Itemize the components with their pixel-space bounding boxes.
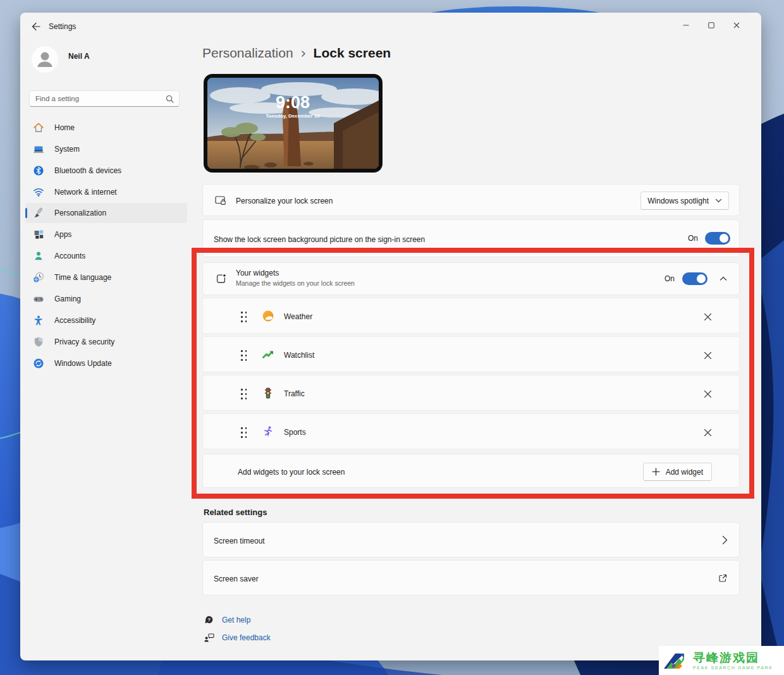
sidebar-item-label: Accessibility bbox=[54, 316, 95, 325]
sidebar-item-label: System bbox=[54, 145, 80, 154]
maximize-button[interactable] bbox=[699, 16, 724, 34]
remove-widget-button[interactable] bbox=[702, 389, 713, 399]
sidebar-item-label: Apps bbox=[54, 230, 71, 239]
feedback-icon bbox=[204, 632, 214, 643]
network-icon bbox=[33, 186, 44, 198]
drag-handle[interactable] bbox=[240, 310, 247, 322]
screen-saver-label: Screen saver bbox=[214, 575, 259, 583]
widget-name: Traffic bbox=[284, 389, 305, 398]
widget-row-watchlist: Watchlist bbox=[202, 336, 740, 372]
widget-row-weather: Weather bbox=[202, 298, 740, 334]
close-button[interactable] bbox=[724, 16, 749, 34]
breadcrumb: Personalization Lock screen bbox=[202, 46, 391, 61]
get-help-link[interactable]: ? Get help bbox=[204, 614, 250, 625]
sidebar-item-label: Network & internet bbox=[54, 188, 117, 197]
lock-screen-source-dropdown[interactable]: Windows spotlight bbox=[640, 192, 729, 210]
add-widgets-label: Add widgets to your lock screen bbox=[238, 468, 345, 477]
give-feedback-link[interactable]: Give feedback bbox=[204, 632, 271, 643]
sidebar-item-system[interactable]: System bbox=[25, 139, 187, 159]
lock-screen-icon bbox=[214, 195, 226, 207]
related-settings-heading: Related settings bbox=[204, 508, 267, 517]
search-icon bbox=[165, 94, 175, 104]
sidebar-item-label: Accounts bbox=[54, 252, 85, 260]
minimize-icon bbox=[682, 21, 690, 30]
selected-indicator bbox=[25, 208, 27, 218]
plus-icon bbox=[652, 468, 660, 476]
close-icon bbox=[704, 390, 712, 398]
remove-widget-button[interactable] bbox=[702, 312, 713, 322]
search-box[interactable] bbox=[29, 90, 180, 107]
sidebar-item-network-internet[interactable]: Network & internet bbox=[25, 182, 187, 202]
chevron-up-icon bbox=[720, 276, 727, 281]
chevron-right-icon bbox=[722, 535, 728, 545]
weather-widget-icon bbox=[262, 310, 274, 322]
settings-window: Settings Neil A bbox=[20, 13, 761, 660]
personalize-lock-screen-card: Personalize your lock screen Windows spo… bbox=[202, 184, 740, 216]
drag-handle[interactable] bbox=[240, 426, 247, 438]
sidebar-item-accessibility[interactable]: Accessibility bbox=[25, 310, 187, 331]
close-icon bbox=[704, 313, 712, 321]
breadcrumb-parent[interactable]: Personalization bbox=[202, 46, 293, 61]
search-input[interactable] bbox=[30, 91, 179, 106]
your-widgets-title: Your widgets bbox=[236, 269, 279, 277]
sidebar-item-gaming[interactable]: Gaming bbox=[25, 289, 187, 309]
back-button[interactable] bbox=[28, 19, 44, 34]
accessibility-icon bbox=[33, 315, 44, 326]
lock-screen-image: 9:08 Tuesday, December 10 bbox=[207, 78, 379, 169]
sidebar-item-label: Windows Update bbox=[54, 359, 112, 368]
sports-widget-icon bbox=[262, 425, 274, 438]
preview-date: Tuesday, December 10 bbox=[266, 113, 320, 119]
external-link-icon bbox=[718, 573, 728, 583]
watermark-en-text: PEAK SEARCH GAME PARK bbox=[693, 666, 773, 670]
drag-handle[interactable] bbox=[240, 349, 247, 361]
sidebar-item-label: Time & language bbox=[54, 273, 111, 282]
drag-handle[interactable] bbox=[240, 387, 247, 399]
sidebar-item-label: Gaming bbox=[54, 295, 81, 303]
sidebar-item-privacy-security[interactable]: Privacy & security bbox=[25, 332, 187, 352]
widget-name: Watchlist bbox=[284, 351, 314, 360]
sidebar-item-apps[interactable]: Apps bbox=[25, 224, 187, 245]
screen-saver-item[interactable]: Screen saver bbox=[202, 560, 740, 595]
add-widget-button[interactable]: Add widget bbox=[643, 463, 712, 481]
window-controls bbox=[673, 16, 749, 34]
sidebar-item-windows-update[interactable]: Windows Update bbox=[25, 353, 187, 374]
page-title: Lock screen bbox=[314, 46, 391, 61]
avatar[interactable] bbox=[32, 46, 58, 73]
your-widgets-card: Your widgets Manage the widgets on your … bbox=[202, 262, 740, 295]
sidebar-item-accounts[interactable]: Accounts bbox=[25, 246, 187, 266]
widget-row-sports: Sports bbox=[202, 413, 740, 449]
personalize-label: Personalize your lock screen bbox=[236, 197, 333, 205]
widget-name: Sports bbox=[284, 428, 306, 437]
widget-row-traffic: Traffic bbox=[202, 375, 740, 411]
widgets-toggle[interactable] bbox=[682, 272, 707, 285]
collapse-button[interactable] bbox=[715, 271, 732, 287]
sidebar-item-time-language[interactable]: Time & language bbox=[25, 267, 187, 288]
widgets-icon bbox=[216, 273, 227, 284]
screen-timeout-label: Screen timeout bbox=[214, 537, 265, 545]
lock-screen-preview: 9:08 Tuesday, December 10 bbox=[204, 74, 383, 173]
widgets-toggle-state: On bbox=[665, 274, 675, 283]
window-title: Settings bbox=[49, 22, 76, 31]
watermark-cn-text: 寻峰游戏园 bbox=[693, 652, 773, 664]
system-icon bbox=[33, 143, 44, 155]
sidebar-item-label: Personalization bbox=[54, 209, 106, 217]
apps-icon bbox=[33, 229, 44, 240]
widget-name: Weather bbox=[284, 312, 312, 321]
signin-toggle[interactable] bbox=[705, 232, 730, 245]
help-icon: ? bbox=[204, 614, 214, 625]
add-widget-button-label: Add widget bbox=[666, 468, 703, 477]
screen-timeout-item[interactable]: Screen timeout bbox=[202, 522, 740, 557]
bluetooth-icon bbox=[33, 165, 44, 176]
close-icon bbox=[704, 429, 712, 437]
chevron-down-icon bbox=[715, 198, 722, 203]
sidebar-item-label: Home bbox=[54, 123, 75, 132]
remove-widget-button[interactable] bbox=[702, 350, 713, 360]
minimize-button[interactable] bbox=[673, 16, 699, 34]
sidebar-item-home[interactable]: Home bbox=[25, 118, 187, 138]
time-language-icon bbox=[33, 272, 44, 283]
sidebar-item-bluetooth-devices[interactable]: Bluetooth & devices bbox=[25, 161, 187, 181]
remove-widget-button[interactable] bbox=[702, 427, 713, 437]
sidebar-item-personalization[interactable]: Personalization bbox=[25, 203, 187, 223]
desktop: Settings Neil A bbox=[0, 0, 784, 675]
back-arrow-icon bbox=[31, 21, 41, 32]
